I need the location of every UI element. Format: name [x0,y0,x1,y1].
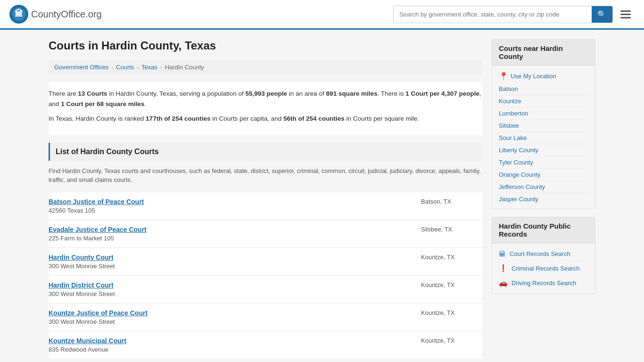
breadcrumb-texas[interactable]: Texas [141,64,157,71]
court-item: Hardin County Court 300 West Monroe Stre… [49,247,482,275]
court-info: Evadale Justice of Peace Court 225 Farm … [49,226,421,242]
court-info: Kountze Municipal Court 835 Redwood Aven… [49,337,421,353]
nearby-courts-links: 📍 Use My Location BatsonKountzeLumberton… [492,66,595,209]
court-info: Kountze Justice of Peace Court 300 West … [49,309,421,325]
record-label: Court Records Search [510,250,570,257]
court-address: 42560 Texas 105 [49,207,421,214]
court-name[interactable]: Kountze Justice of Peace Court [49,309,421,317]
nearby-courts-box: Courts near Hardin County 📍 Use My Locat… [492,39,595,209]
logo-icon: 🏛 [9,5,28,24]
svg-text:🏛: 🏛 [15,8,23,18]
sidebar-nearby-link[interactable]: Orange County [499,169,588,181]
sidebar-nearby-link[interactable]: Silsbee [499,120,588,132]
list-section-header: List of Hardin County Courts [49,143,482,161]
search-button[interactable]: 🔍 [592,6,612,23]
sidebar-nearby-link[interactable]: Sour Lake [499,132,588,144]
court-location: Kountze, TX [421,309,482,316]
sidebar-nearby-link[interactable]: Jasper County [499,193,588,205]
court-item: Kountze Municipal Court 835 Redwood Aven… [49,331,482,359]
use-location-label: Use My Location [511,73,556,80]
court-address: 225 Farm to Market 105 [49,235,421,242]
court-location: Kountze, TX [421,281,482,288]
record-icon: 🚗 [499,279,508,287]
court-address: 300 West Monroe Street [49,318,421,325]
location-pin-icon: 📍 [499,72,508,81]
breadcrumb-gov-offices[interactable]: Government Offices [54,64,108,71]
desc-line2: In Texas, Hardin County is ranked 177th … [49,114,482,124]
header-search-area: 🔍 [393,6,635,23]
court-address: 300 West Monroe Street [49,290,421,297]
court-location: Batson, TX [421,198,482,205]
court-location: Kountze, TX [421,337,482,344]
court-name[interactable]: Hardin County Court [49,254,421,261]
menu-bar-3 [620,17,631,18]
breadcrumb: Government Offices › Courts › Texas › Ha… [49,60,482,74]
main-content: Courts in Hardin County, Texas Governmen… [49,39,482,359]
search-input[interactable] [394,7,592,22]
sidebar-nearby-link[interactable]: Batson [499,83,588,95]
site-header: 🏛 CountyOffice.org 🔍 [0,0,644,30]
sidebar: Courts near Hardin County 📍 Use My Locat… [492,39,595,359]
record-label: Driving Records Search [512,280,576,287]
public-records-title: Hardin County Public Records [492,217,595,243]
court-item: Hardin District Court 300 West Monroe St… [49,275,482,303]
breadcrumb-sep-1: › [111,65,113,70]
courts-count: 13 Courts [78,90,107,97]
menu-bar-1 [620,10,631,12]
sidebar-record-link[interactable]: ❗Criminal Records Search [499,261,588,276]
court-name[interactable]: Evadale Justice of Peace Court [49,226,421,233]
breadcrumb-courts[interactable]: Courts [116,64,134,71]
record-icon: ❗ [499,264,508,272]
page-title: Courts in Hardin County, Texas [49,39,482,52]
sidebar-nearby-link[interactable]: Tyler County [499,156,588,169]
court-location: Kountze, TX [421,254,482,261]
menu-button[interactable] [617,8,635,20]
court-info: Hardin County Court 300 West Monroe Stre… [49,254,421,270]
court-address: 300 West Monroe Street [49,263,421,270]
area: 891 square miles [326,90,378,97]
search-box: 🔍 [393,6,613,23]
use-my-location[interactable]: 📍 Use My Location [499,69,588,83]
rank2: 56th of 254 counties [283,115,345,122]
logo-text: CountyOffice.org [31,9,102,20]
court-location: Silsbee, TX [421,226,482,233]
menu-bar-2 [620,14,631,15]
sidebar-nearby-links-container: BatsonKountzeLumbertonSilsbeeSour LakeLi… [499,83,588,205]
description-area: There are 13 Courts in Hardin County, Te… [49,82,482,135]
court-name[interactable]: Hardin District Court [49,281,421,289]
court-name[interactable]: Kountze Municipal Court [49,337,421,345]
record-label: Criminal Records Search [512,265,580,272]
court-list: Batson Justice of Peace Court 42560 Texa… [49,192,482,359]
list-section-desc: Find Hardin County, Texas courts and cou… [49,166,482,185]
court-item: Kountze Justice of Peace Court 300 West … [49,303,482,331]
sidebar-record-link[interactable]: 🏛Court Records Search [499,247,588,261]
desc-line1: There are 13 Courts in Hardin County, Te… [49,89,482,109]
rank1: 177th of 254 counties [146,115,210,122]
logo[interactable]: 🏛 CountyOffice.org [9,5,102,24]
court-item: Evadale Justice of Peace Court 225 Farm … [49,220,482,247]
breadcrumb-sep-2: › [137,65,139,70]
nearby-courts-title: Courts near Hardin County [492,40,595,66]
court-address: 835 Redwood Avenue [49,346,421,353]
public-records-links: 🏛Court Records Search❗Criminal Records S… [492,243,595,294]
per-people: 1 Court per 4,307 people [405,90,479,97]
sidebar-nearby-link[interactable]: Kountze [499,95,588,107]
court-info: Batson Justice of Peace Court 42560 Texa… [49,198,421,214]
court-info: Hardin District Court 300 West Monroe St… [49,281,421,297]
sidebar-nearby-link[interactable]: Lumberton [499,107,588,120]
sidebar-nearby-link[interactable]: Jefferson County [499,181,588,193]
record-icon: 🏛 [499,250,506,258]
sidebar-nearby-link[interactable]: Liberty County [499,144,588,156]
breadcrumb-current: Hardin County [165,64,204,71]
court-name[interactable]: Batson Justice of Peace Court [49,198,421,206]
breadcrumb-sep-3: › [160,65,162,70]
sidebar-record-link[interactable]: 🚗Driving Records Search [499,276,588,290]
per-sqmile: 1 Court per 68 square miles [61,100,144,107]
court-item: Batson Justice of Peace Court 42560 Texa… [49,192,482,220]
public-records-box: Hardin County Public Records 🏛Court Reco… [492,217,595,294]
main-container: Courts in Hardin County, Texas Governmen… [39,30,605,362]
population: 55,993 people [245,90,287,97]
